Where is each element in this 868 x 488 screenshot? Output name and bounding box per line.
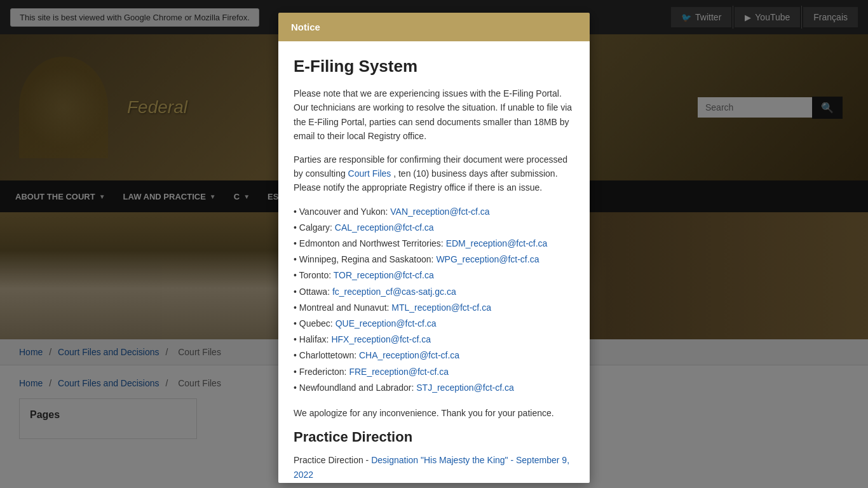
apology-text: We apologize for any inconvenience. Than… <box>294 406 574 420</box>
contact-item: Halifax: HFX_reception@fct-cf.ca <box>294 332 574 348</box>
contact-email[interactable]: WPG_reception@fct-cf.ca <box>436 254 539 264</box>
contact-email[interactable]: fc_reception_cf@cas-satj.gc.ca <box>332 287 456 297</box>
efiling-heading: E-Filing System <box>294 57 574 76</box>
court-files-link[interactable]: Court Files <box>348 168 391 179</box>
contact-item: Montreal and Nunavut: MTL_reception@fct-… <box>294 300 574 316</box>
contact-email[interactable]: CAL_reception@fct-cf.ca <box>335 222 434 233</box>
contact-email[interactable]: FRE_reception@fct-cf.ca <box>349 367 449 377</box>
contact-item: Winnipeg, Regina and Saskatoon: WPG_rece… <box>294 252 574 268</box>
contact-item: Quebec: QUE_reception@fct-cf.ca <box>294 316 574 332</box>
modal-dialog: Notice E-Filing System Please note that … <box>278 13 590 452</box>
contact-item: Fredericton: FRE_reception@fct-cf.ca <box>294 364 574 380</box>
modal-header-label: Notice <box>291 22 320 32</box>
efiling-para2: Parties are responsible for confirming t… <box>294 152 574 195</box>
contact-email[interactable]: TOR_reception@fct-cf.ca <box>334 270 434 280</box>
contacts-list: Vancouver and Yukon: VAN_reception@fct-c… <box>294 204 574 396</box>
contact-item: Newfoundland and Labrador: STJ_reception… <box>294 380 574 396</box>
contact-email[interactable]: HFX_reception@fct-cf.ca <box>331 334 431 344</box>
efiling-para1: Please note that we are experiencing iss… <box>294 86 574 144</box>
contact-email[interactable]: QUE_reception@fct-cf.ca <box>336 318 437 329</box>
contact-item: Vancouver and Yukon: VAN_reception@fct-c… <box>294 204 574 220</box>
contact-email[interactable]: EDM_reception@fct-cf.ca <box>446 238 548 248</box>
contact-email[interactable]: VAN_reception@fct-cf.ca <box>390 207 489 217</box>
contact-item: Ottawa: fc_reception_cf@cas-satj.gc.ca <box>294 284 574 300</box>
modal-body: E-Filing System Please note that we are … <box>278 41 590 452</box>
contact-item: Charlottetown: CHA_reception@fct-cf.ca <box>294 348 574 363</box>
contact-email[interactable]: CHA_reception@fct-cf.ca <box>359 350 459 360</box>
contact-item: Toronto: TOR_reception@fct-cf.ca <box>294 268 574 283</box>
modal-overlay[interactable]: Notice E-Filing System Please note that … <box>0 0 868 452</box>
modal-header: Notice <box>278 13 590 41</box>
contact-item: Calgary: CAL_reception@fct-cf.ca <box>294 220 574 236</box>
contact-email[interactable]: MTL_reception@fct-cf.ca <box>391 302 491 313</box>
contact-item: Edmonton and Northwest Territories: EDM_… <box>294 236 574 252</box>
contact-email[interactable]: STJ_reception@fct-cf.ca <box>416 383 514 393</box>
practice-heading: Practice Direction <box>294 429 574 445</box>
